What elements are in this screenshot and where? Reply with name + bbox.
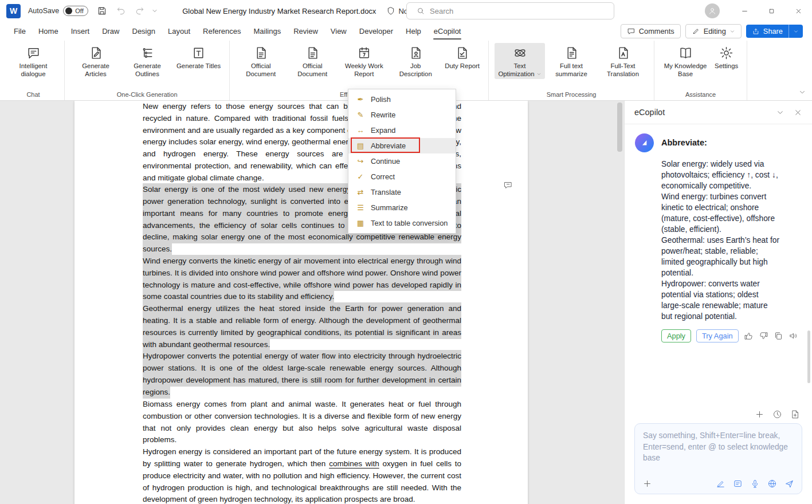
job-icon xyxy=(409,46,423,60)
ribbon-group-buttons: Generate ArticlesGenerate OutlinesGenera… xyxy=(70,43,223,89)
read-aloud-icon[interactable] xyxy=(789,331,798,341)
search-input[interactable]: Search xyxy=(406,2,614,19)
maximize-button[interactable] xyxy=(758,0,785,22)
tab-review[interactable]: Review xyxy=(287,23,324,40)
tab-home[interactable]: Home xyxy=(32,23,65,40)
word-logo-icon[interactable]: W xyxy=(6,4,21,18)
copilot-avatar-icon xyxy=(635,133,654,152)
menu-item-summarize[interactable]: ☰Summarize xyxy=(348,200,456,215)
redo-icon[interactable] xyxy=(135,6,145,16)
ribbon-button-text-optimization[interactable]: Text Optimization xyxy=(495,43,545,79)
tab-ecopilot[interactable]: eCopilot xyxy=(427,23,468,40)
tab-view[interactable]: View xyxy=(324,23,353,40)
undo-icon[interactable] xyxy=(116,6,126,16)
document-scrollbar[interactable] xyxy=(617,103,622,152)
tab-references[interactable]: References xyxy=(197,23,247,40)
menu-item-label: Text to table conversion xyxy=(371,219,448,227)
ribbon-button-duty-report[interactable]: Duty Report xyxy=(442,43,483,72)
response-line: Hydropower: converts water potential via… xyxy=(661,278,780,322)
history-icon[interactable] xyxy=(772,410,782,419)
globe-icon[interactable] xyxy=(767,479,777,489)
menu-item-abbreviate[interactable]: ▤Abbreviate xyxy=(348,138,456,153)
compose-icon[interactable] xyxy=(716,479,725,489)
apply-button[interactable]: Apply xyxy=(661,329,691,342)
ribbon-group-smart-processing: Text OptimizationFull text summarizeFull… xyxy=(489,41,654,100)
ribbon-button-official-document[interactable]: Official Document xyxy=(236,43,286,79)
new-chat-plus-icon[interactable] xyxy=(755,410,764,419)
text-optimization-menu: ✒Polish✎Rewrite↔Expand▤Abbreviate↪Contin… xyxy=(348,89,456,234)
share-main[interactable]: Share xyxy=(746,25,789,38)
share-dropdown[interactable] xyxy=(789,25,803,38)
ribbon-button-generate-titles[interactable]: Generate Titles xyxy=(174,43,223,72)
translate-icon xyxy=(616,46,630,60)
ribbon-button-intelligent-dialogue[interactable]: Intelligent dialogue xyxy=(8,43,58,79)
message-content: Abbreviate: Solar energy: widely used vi… xyxy=(661,133,780,342)
close-button[interactable] xyxy=(785,0,812,22)
menu-item-expand[interactable]: ↔Expand xyxy=(348,123,456,138)
thumbs-down-icon[interactable] xyxy=(759,331,768,341)
ribbon-button-label: Official Document xyxy=(238,62,283,78)
tab-help[interactable]: Help xyxy=(399,23,427,40)
attach-plus-icon[interactable] xyxy=(642,479,652,489)
template-icon[interactable] xyxy=(733,479,743,489)
ribbon-button-generate-outlines[interactable]: Generate Outlines xyxy=(122,43,172,79)
menu-item-correct[interactable]: ✓Correct xyxy=(348,169,456,184)
user-avatar[interactable] xyxy=(705,3,720,18)
copy-icon[interactable] xyxy=(774,331,783,341)
comment-marker-icon[interactable] xyxy=(503,180,513,190)
collapse-panel-icon[interactable] xyxy=(776,108,784,117)
save-icon[interactable] xyxy=(97,6,107,16)
document-page[interactable]: New energy refers to those energy source… xyxy=(74,101,528,504)
tab-design[interactable]: Design xyxy=(126,23,162,40)
ribbon-button-my-knowledge-base[interactable]: My Knowledge Base xyxy=(660,43,711,79)
autosave-toggle[interactable]: Off xyxy=(63,6,88,16)
tab-insert[interactable]: Insert xyxy=(65,23,96,40)
menu-item-polish[interactable]: ✒Polish xyxy=(348,92,456,107)
ribbon-button-weekly-work-report[interactable]: Weekly Work Report xyxy=(339,43,389,79)
response-text: Solar energy: widely used via photovolta… xyxy=(661,159,780,322)
tab-draw[interactable]: Draw xyxy=(96,23,125,40)
comments-button[interactable]: Comments xyxy=(621,24,681,38)
ribbon-button-generate-articles[interactable]: Generate Articles xyxy=(70,43,121,79)
mic-icon[interactable] xyxy=(750,479,760,489)
new-document-icon[interactable] xyxy=(790,410,800,419)
ribbon-button-label: Duty Report xyxy=(445,62,480,70)
toolbar-more-icon[interactable] xyxy=(151,7,158,14)
document-title: Global New Energy Industry Market Resear… xyxy=(182,7,376,15)
send-icon[interactable] xyxy=(784,479,794,489)
close-panel-icon[interactable] xyxy=(794,108,802,117)
ribbon-button-label: Full text summarize xyxy=(549,62,594,78)
tab-mailings[interactable]: Mailings xyxy=(248,23,288,40)
pencil-icon: ✎ xyxy=(356,111,365,119)
message-input[interactable]: Say something, Shift+Enter=line break, E… xyxy=(634,423,802,494)
tab-file[interactable]: File xyxy=(7,23,32,40)
ribbon-button-settings[interactable]: Settings xyxy=(712,43,741,72)
share-button[interactable]: Share xyxy=(746,25,803,38)
editing-label: Editing xyxy=(704,27,726,36)
tab-layout[interactable]: Layout xyxy=(162,23,197,40)
menu-item-text-to-table-conversion[interactable]: ▦Text to table conversion xyxy=(348,215,456,231)
collapse-ribbon-icon[interactable] xyxy=(798,88,806,96)
ribbon-button-full-text-translation[interactable]: Full-Text Translation xyxy=(598,43,648,79)
menu-item-continue[interactable]: ↪Continue xyxy=(348,153,456,169)
tab-developer[interactable]: Developer xyxy=(353,23,399,40)
title-icon xyxy=(191,46,206,60)
search-placeholder: Search xyxy=(430,7,453,15)
panel-scrollbar[interactable] xyxy=(807,330,810,383)
ribbon-button-label: Official Document xyxy=(290,62,335,78)
ribbon-button-label: Generate Outlines xyxy=(125,62,170,78)
ribbon-button-full-text-summarize[interactable]: Full text summarize xyxy=(546,43,597,79)
ribbon-button-job-description[interactable]: Job Description xyxy=(390,43,441,79)
try-again-button[interactable]: Try Again xyxy=(696,329,739,342)
editing-mode-button[interactable]: Editing xyxy=(685,24,742,38)
ribbon-button-official-document[interactable]: Official Document xyxy=(287,43,338,79)
response-line: Wind energy: turbines convert kinetic to… xyxy=(661,191,780,235)
menu-item-translate[interactable]: ⇄Translate xyxy=(348,184,456,200)
person-icon xyxy=(708,6,717,15)
minimize-button[interactable] xyxy=(731,0,758,22)
menu-item-rewrite[interactable]: ✎Rewrite xyxy=(348,107,456,123)
thumbs-up-icon[interactable] xyxy=(744,331,754,341)
chevron-down-icon xyxy=(536,72,542,77)
paragraph: Geothermal energy utilizes the heat stor… xyxy=(143,304,461,351)
pen-nib-icon: ✒ xyxy=(356,96,365,103)
